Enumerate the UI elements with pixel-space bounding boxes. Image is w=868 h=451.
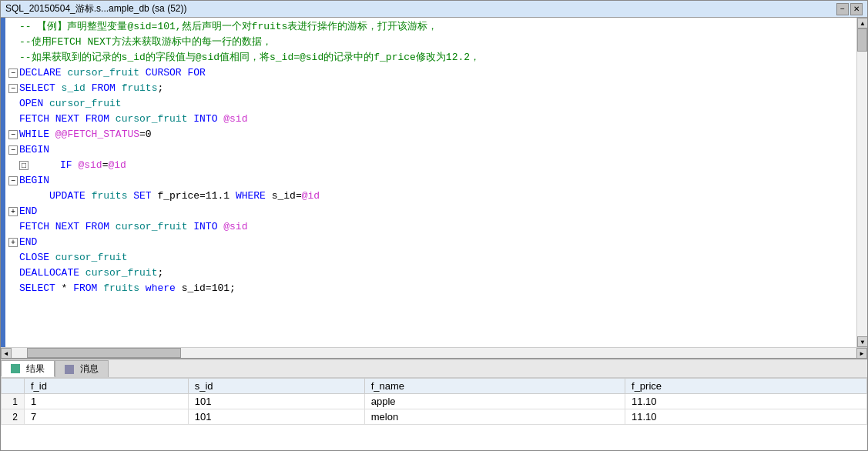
scroll-track[interactable] <box>857 28 867 336</box>
result-tabs: 结果 消息 <box>1 359 867 378</box>
fold-marker-15[interactable]: + <box>8 238 18 247</box>
scroll-right-button[interactable]: ► <box>856 348 867 359</box>
code-line-10: □ IF @sid=@id <box>8 158 853 173</box>
code-line-15: + END <box>8 235 853 250</box>
col-header-f-price: f_price <box>625 379 867 394</box>
close-button[interactable]: ✕ <box>850 3 863 15</box>
results-tab-label: 结果 <box>26 362 45 376</box>
fold-marker-4[interactable]: − <box>8 68 18 78</box>
pin-button[interactable]: − <box>836 3 849 15</box>
horizontal-scrollbar-editor[interactable]: ◄ ► <box>1 347 867 358</box>
code-line-12: UPDATE fruits SET f_price=11.1 WHERE s_i… <box>8 189 853 204</box>
results-tab-icon <box>11 364 20 373</box>
scroll-h-track[interactable] <box>12 348 856 358</box>
code-line-9: − BEGIN <box>8 142 853 158</box>
cell-f-id-1: 1 <box>25 394 189 409</box>
scroll-left-button[interactable]: ◄ <box>1 348 12 359</box>
tab-results[interactable]: 结果 <box>1 360 55 377</box>
messages-tab-label: 消息 <box>80 362 99 376</box>
scroll-h-thumb[interactable] <box>27 348 181 358</box>
code-line-2: --使用FETCH NEXT方法来获取游标中的每一行的数据， <box>8 35 853 50</box>
code-line-16: CLOSE cursor_fruit <box>8 250 853 266</box>
main-window: SQL_20150504_游标.s...ample_db (sa (52)) −… <box>0 0 868 451</box>
code-line-6: OPEN cursor_fruit <box>8 96 853 112</box>
cell-f-price-1: 11.10 <box>625 394 867 409</box>
scroll-up-button[interactable]: ▲ <box>857 18 867 28</box>
code-line-7: FETCH NEXT FROM cursor_fruit INTO @sid <box>8 112 853 127</box>
window-title: SQL_20150504_游标.s...ample_db (sa (52)) <box>5 2 186 15</box>
fold-marker-8[interactable]: − <box>8 130 18 139</box>
cell-f-price-2: 11.10 <box>625 409 867 425</box>
cell-f-id-2: 7 <box>25 409 189 425</box>
cell-s-id-2: 101 <box>188 409 364 425</box>
tab-messages[interactable]: 消息 <box>55 360 109 377</box>
code-line-18: SELECT * FROM fruits where s_id=101; <box>8 281 853 296</box>
col-header-f-id: f_id <box>25 379 189 394</box>
code-line-5: − SELECT s_id FROM fruits; <box>8 81 853 96</box>
table-row-1: 1 1 101 apple 11.10 <box>2 394 867 409</box>
code-line-3: --如果获取到的记录的s_id的字段值与@sid值相同，将s_id=@sid的记… <box>8 50 853 65</box>
scroll-down-button[interactable]: ▼ <box>857 336 867 347</box>
code-line-4: − DECLARE cursor_fruit CURSOR FOR <box>8 65 853 81</box>
code-line-8: − WHILE @@FETCH_STATUS=0 <box>8 127 853 142</box>
messages-tab-icon <box>65 365 74 374</box>
row-num-1: 1 <box>2 394 25 409</box>
code-line-1: -- 【例】声明整型变量@sid=101,然后声明一个对fruits表进行操作的… <box>8 19 853 35</box>
bottom-panel: 结果 消息 f_id s_id f_name f_price <box>1 358 867 450</box>
fold-marker-9[interactable]: − <box>8 145 18 155</box>
title-bar: SQL_20150504_游标.s...ample_db (sa (52)) −… <box>1 1 867 18</box>
fold-marker-11[interactable]: − <box>8 176 18 185</box>
scroll-thumb[interactable] <box>857 28 867 52</box>
vertical-scrollbar[interactable]: ▲ ▼ <box>856 18 867 347</box>
code-line-17: DEALLOCATE cursor_fruit; <box>8 266 853 281</box>
col-header-s-id: s_id <box>188 379 364 394</box>
fold-marker-13[interactable]: + <box>8 207 18 216</box>
cell-f-name-1: apple <box>364 394 625 409</box>
row-num-header <box>2 379 25 394</box>
code-editor[interactable]: -- 【例】声明整型变量@sid=101,然后声明一个对fruits表进行操作的… <box>5 18 856 347</box>
code-line-14: FETCH NEXT FROM cursor_fruit INTO @sid <box>8 219 853 235</box>
editor-area: -- 【例】声明整型变量@sid=101,然后声明一个对fruits表进行操作的… <box>1 18 867 347</box>
cell-f-name-2: melon <box>364 409 625 425</box>
cell-s-id-1: 101 <box>188 394 364 409</box>
results-area: f_id s_id f_name f_price 1 1 101 apple 1… <box>1 378 867 450</box>
table-row-2: 2 7 101 melon 11.10 <box>2 409 867 425</box>
col-header-f-name: f_name <box>364 379 625 394</box>
results-table: f_id s_id f_name f_price 1 1 101 apple 1… <box>1 378 867 425</box>
fold-marker-10[interactable]: □ <box>19 161 28 170</box>
code-line-13: + END <box>8 204 853 219</box>
fold-marker-5[interactable]: − <box>8 84 18 93</box>
code-line-11: − BEGIN <box>8 173 853 189</box>
row-num-2: 2 <box>2 409 25 425</box>
table-header-row: f_id s_id f_name f_price <box>2 379 867 394</box>
title-buttons: − ✕ <box>836 3 863 15</box>
